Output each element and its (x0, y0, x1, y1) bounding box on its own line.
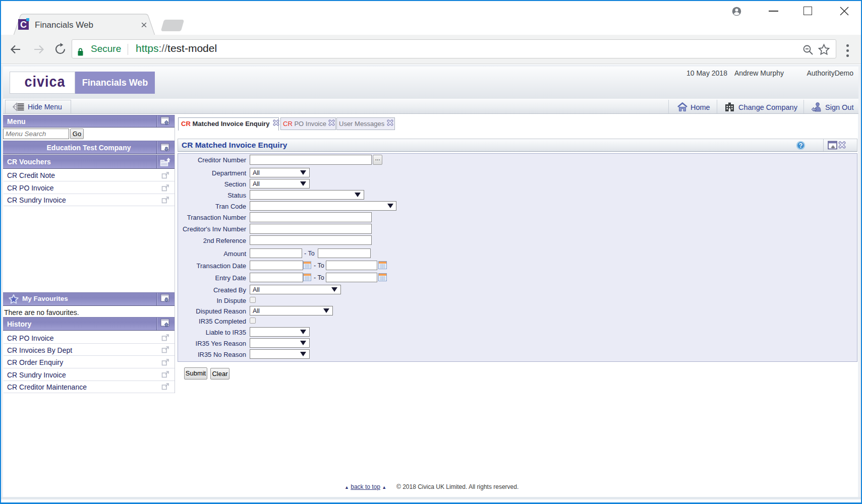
svg-text:?: ? (799, 142, 803, 149)
